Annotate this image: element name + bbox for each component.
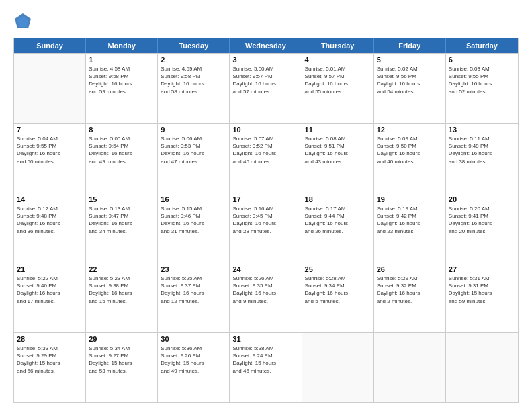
day-number: 7 bbox=[17, 126, 83, 134]
header-day-sunday: Sunday bbox=[14, 38, 86, 53]
day-cell-2: 2Sunrise: 4:59 AMSunset: 9:58 PMDaylight… bbox=[158, 54, 230, 123]
day-info-line: and 34 minutes. bbox=[89, 228, 154, 235]
day-cell-16: 16Sunrise: 5:15 AMSunset: 9:46 PMDayligh… bbox=[158, 193, 230, 263]
day-info-line: and 52 minutes. bbox=[449, 88, 515, 95]
day-info-line: Sunrise: 5:19 AM bbox=[377, 205, 443, 212]
day-info-line: Sunset: 9:58 PM bbox=[161, 73, 226, 80]
empty-cell-4-4 bbox=[302, 333, 374, 402]
day-cell-4: 4Sunrise: 5:01 AMSunset: 9:57 PMDaylight… bbox=[302, 54, 374, 123]
day-info-line: Daylight: 15 hours bbox=[232, 359, 298, 367]
day-number: 10 bbox=[232, 126, 298, 134]
day-number: 2 bbox=[161, 56, 226, 64]
day-info-line: and 20 minutes. bbox=[449, 228, 515, 235]
day-info-line: Daylight: 16 hours bbox=[232, 80, 298, 87]
day-info-line: Daylight: 15 hours bbox=[449, 289, 515, 297]
day-info-line: and 23 minutes. bbox=[377, 228, 443, 235]
day-number: 29 bbox=[89, 335, 154, 343]
day-cell-6: 6Sunrise: 5:03 AMSunset: 9:55 PMDaylight… bbox=[446, 54, 518, 123]
week-row-1: 7Sunrise: 5:04 AMSunset: 9:55 PMDaylight… bbox=[14, 123, 518, 193]
day-info-line: Daylight: 16 hours bbox=[377, 220, 443, 227]
day-number: 26 bbox=[377, 265, 443, 273]
day-info-line: Daylight: 16 hours bbox=[232, 220, 298, 227]
day-cell-11: 11Sunrise: 5:08 AMSunset: 9:51 PMDayligh… bbox=[302, 124, 374, 193]
day-info-line: and 59 minutes. bbox=[89, 88, 154, 95]
day-info-line: and 47 minutes. bbox=[161, 158, 226, 165]
day-cell-5: 5Sunrise: 5:02 AMSunset: 9:56 PMDaylight… bbox=[374, 54, 446, 123]
day-info-line: Sunrise: 4:58 AM bbox=[89, 65, 154, 73]
day-number: 12 bbox=[377, 126, 443, 134]
day-info-line: Daylight: 16 hours bbox=[449, 80, 515, 87]
calendar-header: SundayMondayTuesdayWednesdayThursdayFrid… bbox=[14, 38, 518, 53]
day-info-line: and 5 minutes. bbox=[305, 298, 371, 305]
header-day-wednesday: Wednesday bbox=[230, 38, 302, 53]
week-row-3: 21Sunrise: 5:22 AMSunset: 9:40 PMDayligh… bbox=[14, 263, 518, 332]
day-info-line: Sunrise: 5:16 AM bbox=[232, 205, 298, 212]
day-cell-17: 17Sunrise: 5:16 AMSunset: 9:45 PMDayligh… bbox=[230, 193, 302, 263]
day-info-line: Sunrise: 5:36 AM bbox=[161, 345, 226, 352]
day-info-line: Sunset: 9:57 PM bbox=[232, 73, 298, 80]
day-info-line: Daylight: 16 hours bbox=[232, 150, 298, 157]
day-info-line: and 49 minutes. bbox=[161, 367, 226, 375]
page: SundayMondayTuesdayWednesdayThursdayFrid… bbox=[0, 0, 532, 411]
day-info-line: Sunrise: 5:20 AM bbox=[449, 205, 515, 212]
day-info-line: Sunrise: 5:12 AM bbox=[17, 205, 83, 212]
day-cell-25: 25Sunrise: 5:28 AMSunset: 9:34 PMDayligh… bbox=[302, 263, 374, 332]
day-info-line: and 57 minutes. bbox=[232, 88, 298, 95]
day-info-line: Sunset: 9:55 PM bbox=[17, 142, 83, 150]
day-cell-26: 26Sunrise: 5:29 AMSunset: 9:32 PMDayligh… bbox=[374, 263, 446, 332]
day-info-line: Sunrise: 5:31 AM bbox=[449, 275, 515, 282]
day-info-line: Sunset: 9:47 PM bbox=[89, 212, 154, 220]
day-info-line: Daylight: 16 hours bbox=[161, 80, 226, 87]
day-info-line: Sunrise: 5:28 AM bbox=[305, 275, 371, 282]
day-info-line: Daylight: 16 hours bbox=[89, 289, 154, 297]
day-number: 20 bbox=[449, 195, 515, 203]
empty-cell-0-0 bbox=[14, 54, 86, 123]
day-info-line: Daylight: 16 hours bbox=[449, 220, 515, 227]
day-info-line: and 38 minutes. bbox=[449, 158, 515, 165]
day-info-line: Sunset: 9:51 PM bbox=[305, 142, 371, 150]
day-number: 11 bbox=[305, 126, 371, 134]
day-info-line: Sunset: 9:56 PM bbox=[377, 73, 443, 80]
day-info-line: and 15 minutes. bbox=[89, 298, 154, 305]
day-info-line: Sunrise: 5:05 AM bbox=[89, 135, 154, 142]
day-number: 18 bbox=[305, 195, 371, 203]
day-info-line: and 28 minutes. bbox=[232, 228, 298, 235]
day-number: 6 bbox=[449, 56, 515, 64]
calendar: SundayMondayTuesdayWednesdayThursdayFrid… bbox=[13, 38, 519, 403]
day-info-line: Sunset: 9:38 PM bbox=[89, 282, 154, 289]
day-info-line: Daylight: 15 hours bbox=[17, 359, 83, 367]
day-info-line: and 59 minutes. bbox=[449, 298, 515, 305]
day-cell-27: 27Sunrise: 5:31 AMSunset: 9:31 PMDayligh… bbox=[446, 263, 518, 332]
header-day-friday: Friday bbox=[374, 38, 446, 53]
empty-cell-4-6 bbox=[446, 333, 518, 402]
day-info-line: Sunrise: 5:26 AM bbox=[232, 275, 298, 282]
day-info-line: Sunrise: 5:00 AM bbox=[232, 65, 298, 73]
header bbox=[13, 12, 519, 31]
day-number: 5 bbox=[377, 56, 443, 64]
day-info-line: and 54 minutes. bbox=[377, 88, 443, 95]
day-info-line: Sunset: 9:26 PM bbox=[161, 352, 226, 359]
day-cell-21: 21Sunrise: 5:22 AMSunset: 9:40 PMDayligh… bbox=[14, 263, 86, 332]
day-info-line: Sunset: 9:48 PM bbox=[17, 212, 83, 220]
day-cell-3: 3Sunrise: 5:00 AMSunset: 9:57 PMDaylight… bbox=[230, 54, 302, 123]
day-info-line: Daylight: 16 hours bbox=[17, 150, 83, 157]
day-info-line: Daylight: 16 hours bbox=[305, 220, 371, 227]
week-row-2: 14Sunrise: 5:12 AMSunset: 9:48 PMDayligh… bbox=[14, 193, 518, 263]
day-info-line: and 49 minutes. bbox=[89, 158, 154, 165]
day-cell-31: 31Sunrise: 5:38 AMSunset: 9:24 PMDayligh… bbox=[230, 333, 302, 402]
day-info-line: and 56 minutes. bbox=[17, 367, 83, 375]
day-info-line: Daylight: 16 hours bbox=[377, 289, 443, 297]
day-info-line: Daylight: 16 hours bbox=[305, 80, 371, 87]
week-row-0: 1Sunrise: 4:58 AMSunset: 9:58 PMDaylight… bbox=[14, 53, 518, 123]
day-number: 24 bbox=[232, 265, 298, 273]
day-number: 23 bbox=[161, 265, 226, 273]
day-number: 9 bbox=[161, 126, 226, 134]
day-info-line: Sunrise: 5:11 AM bbox=[449, 135, 515, 142]
day-info-line: Sunset: 9:53 PM bbox=[161, 142, 226, 150]
day-cell-19: 19Sunrise: 5:19 AMSunset: 9:42 PMDayligh… bbox=[374, 193, 446, 263]
day-info-line: and 40 minutes. bbox=[377, 158, 443, 165]
day-info-line: Sunrise: 5:25 AM bbox=[161, 275, 226, 282]
day-info-line: Daylight: 16 hours bbox=[377, 150, 443, 157]
day-info-line: Sunset: 9:54 PM bbox=[89, 142, 154, 150]
day-info-line: Sunset: 9:49 PM bbox=[449, 142, 515, 150]
